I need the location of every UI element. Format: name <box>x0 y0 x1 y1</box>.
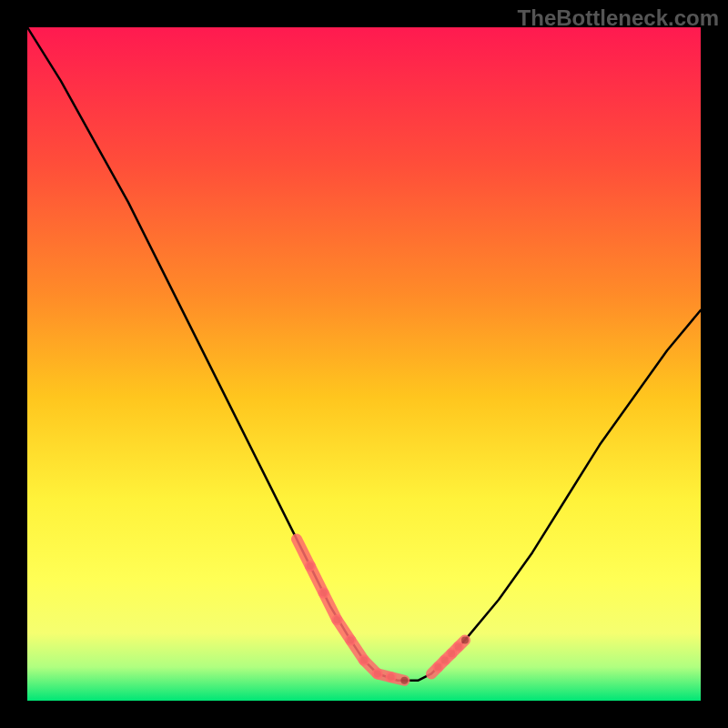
gradient-background <box>27 27 701 701</box>
watermark-text: TheBottleneck.com <box>518 5 719 31</box>
highlight-joint <box>400 677 408 684</box>
chart-svg <box>27 27 701 701</box>
plot-area <box>27 27 701 701</box>
highlight-joint <box>461 636 469 643</box>
chart-container: TheBottleneck.com <box>0 0 728 728</box>
